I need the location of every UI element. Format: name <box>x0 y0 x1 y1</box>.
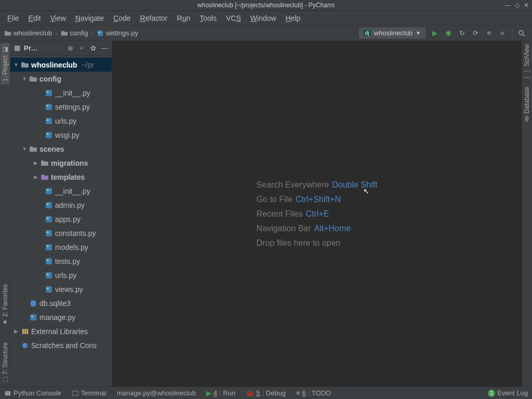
svg-point-8 <box>47 105 49 107</box>
python-file-icon <box>45 243 53 251</box>
search-icon[interactable] <box>517 29 526 37</box>
django-icon: dj <box>364 30 371 36</box>
welcome-drop: Drop files here to open <box>257 238 378 248</box>
tab-run[interactable]: ▶ 4: Run <box>206 389 235 397</box>
svg-point-31 <box>32 315 33 317</box>
window-title: whoslineclub [~/projects/whoslineclub] -… <box>197 2 335 9</box>
tree-file[interactable]: tests.py <box>10 254 112 268</box>
svg-rect-21 <box>46 244 52 250</box>
menu-help[interactable]: Help <box>282 13 305 23</box>
tree-file-manage[interactable]: manage.py <box>10 310 112 324</box>
svg-rect-33 <box>24 329 26 334</box>
tree-path: ~/pr <box>82 61 95 69</box>
shortcut: Double Shift <box>332 180 377 189</box>
menu-window[interactable]: Window <box>246 13 281 23</box>
welcome-recent: Recent FilesCtrl+E <box>257 209 378 219</box>
menu-run[interactable]: Run <box>173 13 195 23</box>
tree-file[interactable]: __init__.py <box>10 86 112 100</box>
tree-file[interactable]: apps.py <box>10 212 112 226</box>
tree-file[interactable]: constants.py <box>10 226 112 240</box>
menu-code[interactable]: Code <box>109 13 135 23</box>
debug-icon[interactable] <box>444 29 453 37</box>
tab-debug[interactable]: 🐞 5: Debug <box>246 389 286 397</box>
tree-file[interactable]: settings.py <box>10 100 112 114</box>
menu-edit[interactable]: Edit <box>24 13 45 23</box>
window-maximize-icon[interactable]: ◇ <box>515 2 520 9</box>
tab-todo[interactable]: ≡ 6: TODO <box>296 389 331 397</box>
locate-icon[interactable]: ⊕ <box>66 44 74 52</box>
stop-icon[interactable]: ■ <box>498 29 507 37</box>
tab-terminal[interactable]: Terminal <box>72 389 107 397</box>
tree-scratches[interactable]: Scratches and Cons <box>10 338 112 352</box>
svg-rect-17 <box>46 216 52 222</box>
tree-file[interactable]: __init__.py <box>10 184 112 198</box>
menu-refactor[interactable]: Refactor <box>136 13 172 23</box>
tree-folder-scenes[interactable]: ▼ scenes <box>10 142 112 156</box>
tree-file[interactable]: models.py <box>10 240 112 254</box>
tree-root[interactable]: ▼ whoslineclub ~/pr <box>10 58 112 72</box>
menu-navigate[interactable]: Navigate <box>71 13 108 23</box>
tree-file[interactable]: urls.py <box>10 114 112 128</box>
svg-point-12 <box>47 133 49 135</box>
svg-point-1 <box>99 31 100 33</box>
tree-file[interactable]: views.py <box>10 282 112 296</box>
hide-icon[interactable]: — <box>100 44 109 52</box>
shortcut: Ctrl+Shift+N <box>296 195 341 204</box>
breadcrumb-config[interactable]: config <box>61 29 88 37</box>
folder-icon <box>21 61 29 69</box>
tree-external-libs[interactable]: ▶External Libraries <box>10 324 112 338</box>
menu-tools[interactable]: Tools <box>195 13 221 23</box>
tree-file[interactable]: admin.py <box>10 198 112 212</box>
terminal-icon <box>72 390 79 397</box>
breadcrumb-file[interactable]: settings.py <box>97 29 138 37</box>
editor-empty-state[interactable]: Search EverywhereDouble Shift Go to File… <box>112 41 522 387</box>
project-header: Pr… ⊕ ÷ ✿ — <box>10 41 112 56</box>
tab-favorites[interactable]: ★ 2: Favorites <box>1 281 10 329</box>
database-icon <box>29 299 37 308</box>
python-file-icon <box>45 117 53 125</box>
folder-icon <box>41 159 49 167</box>
tab-sciview[interactable]: ⋮⋮ SciView <box>522 41 531 84</box>
tasks-icon[interactable]: ≡ <box>485 29 493 37</box>
tab-manage-py[interactable]: manage.py@whoslineclub <box>117 389 196 397</box>
svg-rect-7 <box>46 104 52 110</box>
tree-folder-templates[interactable]: ▶templates <box>10 170 112 184</box>
bottom-tool-tabs: Python Console Terminal manage.py@whosli… <box>0 387 532 399</box>
settings-icon[interactable]: ✿ <box>89 44 97 52</box>
attach-icon[interactable]: ⟳ <box>471 29 480 37</box>
chevron-down-icon: ▼ <box>416 30 421 36</box>
window-minimize-icon[interactable]: — <box>504 2 511 9</box>
svg-rect-30 <box>30 314 36 321</box>
breadcrumb-sep: › <box>91 29 93 37</box>
tree-file[interactable]: urls.py <box>10 268 112 282</box>
right-tool-tabs: ⋮⋮ SciView 🛢 Database <box>522 41 532 387</box>
menu-view[interactable]: View <box>46 13 70 23</box>
tree-label: wsgi.py <box>55 131 79 139</box>
tree-folder-config[interactable]: ▼ config <box>10 72 112 86</box>
tab-structure[interactable]: ⬚ 7: Structure <box>1 339 10 387</box>
todo-icon: ≡ <box>296 389 300 397</box>
tree-file-db[interactable]: db.sqlite3 <box>10 296 112 310</box>
tab-event-log[interactable]: 1 Event Log <box>488 389 528 397</box>
python-file-icon <box>45 131 53 139</box>
expand-icon[interactable]: ÷ <box>77 44 86 52</box>
tree-file[interactable]: wsgi.py <box>10 128 112 142</box>
svg-point-18 <box>47 217 49 219</box>
window-titlebar: whoslineclub [~/projects/whoslineclub] -… <box>0 0 532 11</box>
tab-project[interactable]: 1: Project ◧ <box>1 43 10 85</box>
svg-rect-19 <box>46 230 52 236</box>
breadcrumb-root[interactable]: whoslineclub <box>4 29 52 37</box>
svg-rect-25 <box>46 272 52 278</box>
tab-database[interactable]: 🛢 Database <box>522 84 531 125</box>
chevron-down-icon: ▼ <box>14 62 19 68</box>
rerun-icon[interactable]: ↻ <box>458 29 466 37</box>
window-close-icon[interactable]: ✕ <box>524 2 529 9</box>
run-config-selector[interactable]: dj whoslineclub ▼ <box>359 28 425 38</box>
chevron-right-icon: ▶ <box>33 160 38 166</box>
menu-vcs[interactable]: VCS <box>222 13 245 23</box>
tree-folder-migrations[interactable]: ▶migrations <box>10 156 112 170</box>
run-icon[interactable]: ▶ <box>431 29 439 37</box>
tab-python-console[interactable]: Python Console <box>4 389 61 397</box>
breadcrumb-label: whoslineclub <box>14 29 52 37</box>
menu-file[interactable]: File <box>3 13 23 23</box>
